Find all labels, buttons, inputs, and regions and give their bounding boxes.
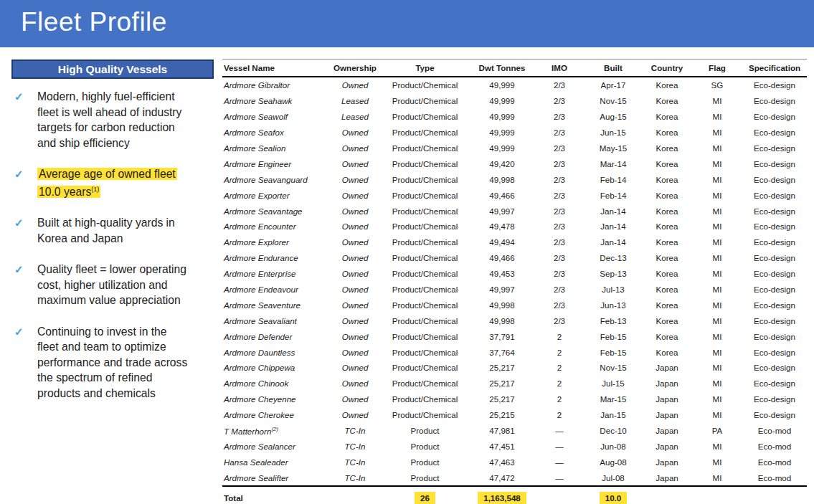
cell-flag: MI	[692, 360, 742, 376]
cell-built: Mar-15	[585, 391, 642, 407]
cell-imo: —	[534, 454, 585, 470]
cell-dwt: 49,999	[470, 77, 534, 93]
cell-ownership: Owned	[330, 344, 380, 360]
cell-type: Product/Chemical	[380, 250, 470, 266]
cell-ownership: Owned	[330, 328, 380, 344]
cell-ownership: Owned	[330, 171, 380, 187]
cell-dwt: 49,998	[470, 297, 534, 313]
cell-type: Product/Chemical	[380, 313, 470, 328]
total-cell-empty	[330, 486, 380, 504]
table-row: Ardmore SealionOwnedProduct/Chemical49,9…	[222, 141, 807, 156]
cell-name: Ardmore Sealion	[222, 141, 330, 156]
cell-imo: 2/3	[534, 250, 585, 266]
total-label: Total	[222, 486, 330, 504]
check-icon: ✓	[11, 89, 37, 151]
cell-built: Feb-14	[585, 171, 642, 187]
cell-imo: 2/3	[534, 203, 585, 219]
page-title: Fleet Profile	[0, 0, 814, 37]
cell-imo: 2/3	[534, 156, 585, 171]
cell-dwt: 49,453	[470, 266, 534, 282]
cell-ownership: Owned	[330, 360, 380, 376]
check-icon: ✓	[11, 215, 37, 246]
sidebar-header: High Quality Vessels	[11, 60, 214, 79]
cell-flag: MI	[692, 454, 742, 470]
cell-name: Ardmore Sealancer	[222, 438, 330, 454]
cell-spec: Eco-design	[742, 171, 807, 187]
cell-country: Korea	[642, 219, 692, 234]
cell-type: Product/Chemical	[380, 187, 470, 203]
table-footer: Total 26 1,163,548 10.0	[222, 486, 807, 504]
table-row: Ardmore SeaventureOwnedProduct/Chemical4…	[222, 297, 807, 313]
table-body: Ardmore GibraltorOwnedProduct/Chemical49…	[222, 77, 807, 486]
cell-name: Ardmore Chippewa	[222, 360, 330, 376]
bullet-text: Quality fleet = lower operatingcost, hig…	[37, 262, 186, 308]
cell-country: Korea	[642, 187, 692, 203]
cell-built: Dec-10	[585, 423, 642, 439]
cell-spec: Eco-design	[742, 77, 807, 93]
cell-imo: 2/3	[534, 297, 585, 313]
check-icon: ✓	[11, 262, 37, 308]
cell-dwt: 37,791	[470, 328, 534, 344]
cell-spec: Eco-design	[742, 141, 807, 156]
table-row: Ardmore SeavanguardOwnedProduct/Chemical…	[222, 171, 807, 187]
cell-spec: Eco-design	[742, 344, 807, 360]
cell-type: Product	[380, 423, 470, 439]
cell-country: Japan	[642, 470, 692, 486]
cell-name: Ardmore Engineer	[222, 156, 330, 171]
cell-imo: 2/3	[534, 282, 585, 298]
cell-name: Ardmore Gibraltor	[222, 77, 330, 93]
cell-spec: Eco-design	[742, 328, 807, 344]
cell-name: Ardmore Seahawk	[222, 93, 330, 109]
cell-built: Aug-15	[585, 109, 642, 125]
cell-name: Ardmore Cheyenne	[222, 391, 330, 407]
cell-imo: 2	[534, 344, 585, 360]
bullet-list: ✓Modern, highly fuel-efficientfleet is w…	[11, 89, 214, 401]
cell-country: Japan	[642, 360, 692, 376]
bullet-text: Average age of owned fleet10.0 years(1)	[37, 166, 177, 199]
cell-ownership: Owned	[330, 407, 380, 423]
cell-flag: MI	[692, 376, 742, 391]
cell-flag: MI	[692, 125, 742, 141]
cell-type: Product/Chemical	[380, 77, 470, 93]
vessel-count-highlight: 26	[415, 492, 435, 504]
cell-country: Japan	[642, 438, 692, 454]
cell-type: Product/Chemical	[380, 203, 470, 219]
cell-built: Apr-17	[585, 77, 642, 93]
table-row: Ardmore ExplorerOwnedProduct/Chemical49,…	[222, 234, 807, 250]
total-cell-empty	[742, 486, 807, 504]
cell-ownership: TC-In	[330, 438, 380, 454]
cell-imo: 2/3	[534, 313, 585, 328]
total-cell-empty	[692, 486, 742, 504]
table-row: Ardmore ChippewaOwnedProduct/Chemical25,…	[222, 360, 807, 376]
table-row: Ardmore DauntlessOwnedProduct/Chemical37…	[222, 344, 807, 360]
cell-ownership: Owned	[330, 234, 380, 250]
cell-country: Korea	[642, 93, 692, 109]
cell-built: Sep-13	[585, 266, 642, 282]
cell-country: Korea	[642, 297, 692, 313]
cell-spec: Eco-design	[742, 234, 807, 250]
cell-imo: 2/3	[534, 171, 585, 187]
cell-dwt: 49,998	[470, 171, 534, 187]
fleet-table: Vessel Name Ownership Type Dwt Tonnes IM…	[222, 59, 807, 504]
cell-country: Korea	[642, 125, 692, 141]
cell-type: Product/Chemical	[380, 328, 470, 344]
header-row: Vessel Name Ownership Type Dwt Tonnes IM…	[222, 60, 807, 77]
cell-spec: Eco-design	[742, 297, 807, 313]
cell-dwt: 49,997	[470, 203, 534, 219]
cell-flag: MI	[692, 250, 742, 266]
table-row: Ardmore DefenderOwnedProduct/Chemical37,…	[222, 328, 807, 344]
cell-country: Korea	[642, 234, 692, 250]
cell-country: Korea	[642, 156, 692, 171]
cell-country: Korea	[642, 344, 692, 360]
cell-built: Dec-13	[585, 250, 642, 266]
cell-ownership: Owned	[330, 313, 380, 328]
table-row: Ardmore SeawolfLeasedProduct/Chemical49,…	[222, 109, 807, 125]
table-row: Ardmore SeafoxOwnedProduct/Chemical49,99…	[222, 125, 807, 141]
cell-built: Feb-13	[585, 313, 642, 328]
col-header-dwt-tonnes: Dwt Tonnes	[470, 60, 534, 77]
cell-dwt: 49,478	[470, 219, 534, 234]
cell-flag: SG	[692, 77, 742, 93]
cell-country: Korea	[642, 109, 692, 125]
cell-ownership: Owned	[330, 141, 380, 156]
total-row: Total 26 1,163,548 10.0	[222, 486, 807, 504]
